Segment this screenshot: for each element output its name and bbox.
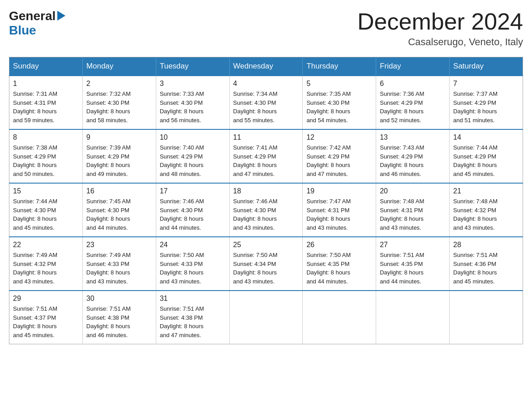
calendar-cell: 4 Sunrise: 7:34 AM Sunset: 4:30 PM Dayli… (229, 76, 303, 129)
day-info: Sunrise: 7:51 AM Sunset: 4:37 PM Dayligh… (13, 304, 79, 339)
day-number: 6 (380, 80, 446, 88)
day-number: 26 (306, 241, 372, 249)
calendar-cell: 21 Sunrise: 7:48 AM Sunset: 4:32 PM Dayl… (450, 183, 523, 237)
calendar-cell (303, 291, 376, 344)
calendar-cell: 6 Sunrise: 7:36 AM Sunset: 4:29 PM Dayli… (376, 76, 450, 129)
day-number: 14 (453, 133, 519, 141)
day-info: Sunrise: 7:38 AM Sunset: 4:29 PM Dayligh… (13, 143, 79, 178)
calendar-cell: 8 Sunrise: 7:38 AM Sunset: 4:29 PM Dayli… (9, 129, 83, 183)
calendar-cell: 15 Sunrise: 7:44 AM Sunset: 4:30 PM Dayl… (9, 183, 83, 237)
day-number: 9 (86, 133, 152, 141)
calendar-cell: 27 Sunrise: 7:51 AM Sunset: 4:35 PM Dayl… (376, 237, 450, 291)
day-number: 13 (380, 133, 446, 141)
calendar-cell: 22 Sunrise: 7:49 AM Sunset: 4:32 PM Dayl… (9, 237, 83, 291)
day-info: Sunrise: 7:48 AM Sunset: 4:32 PM Dayligh… (453, 197, 519, 232)
logo-triangle-icon (57, 11, 65, 22)
calendar-cell: 25 Sunrise: 7:50 AM Sunset: 4:34 PM Dayl… (229, 237, 303, 291)
day-number: 24 (160, 241, 226, 249)
day-info: Sunrise: 7:34 AM Sunset: 4:30 PM Dayligh… (233, 90, 299, 124)
day-info: Sunrise: 7:51 AM Sunset: 4:38 PM Dayligh… (86, 304, 152, 339)
day-number: 20 (380, 187, 446, 195)
calendar-week-5: 29 Sunrise: 7:51 AM Sunset: 4:37 PM Dayl… (9, 291, 523, 344)
calendar-cell (376, 291, 450, 344)
calendar-cell: 2 Sunrise: 7:32 AM Sunset: 4:30 PM Dayli… (82, 76, 156, 129)
day-number: 7 (453, 80, 519, 88)
day-info: Sunrise: 7:39 AM Sunset: 4:29 PM Dayligh… (86, 143, 152, 178)
calendar-cell (229, 291, 303, 344)
calendar-cell: 1 Sunrise: 7:31 AM Sunset: 4:31 PM Dayli… (9, 76, 83, 129)
svg-marker-0 (57, 11, 65, 21)
day-info: Sunrise: 7:44 AM Sunset: 4:29 PM Dayligh… (453, 143, 519, 178)
header-monday: Monday (82, 57, 156, 76)
calendar-cell: 18 Sunrise: 7:46 AM Sunset: 4:30 PM Dayl… (229, 183, 303, 237)
calendar-cell: 23 Sunrise: 7:49 AM Sunset: 4:33 PM Dayl… (82, 237, 156, 291)
day-info: Sunrise: 7:50 AM Sunset: 4:33 PM Dayligh… (160, 251, 226, 286)
day-number: 19 (306, 187, 372, 195)
day-number: 16 (86, 187, 152, 195)
day-info: Sunrise: 7:49 AM Sunset: 4:32 PM Dayligh… (13, 251, 79, 286)
day-number: 25 (233, 241, 299, 249)
day-info: Sunrise: 7:51 AM Sunset: 4:36 PM Dayligh… (453, 251, 519, 286)
day-number: 10 (160, 133, 226, 141)
day-info: Sunrise: 7:42 AM Sunset: 4:29 PM Dayligh… (306, 143, 372, 178)
day-info: Sunrise: 7:46 AM Sunset: 4:30 PM Dayligh… (233, 197, 299, 232)
day-number: 4 (233, 80, 299, 88)
day-info: Sunrise: 7:50 AM Sunset: 4:35 PM Dayligh… (306, 251, 372, 286)
calendar-cell: 13 Sunrise: 7:43 AM Sunset: 4:29 PM Dayl… (376, 129, 450, 183)
calendar-cell: 11 Sunrise: 7:41 AM Sunset: 4:29 PM Dayl… (229, 129, 303, 183)
day-info: Sunrise: 7:33 AM Sunset: 4:30 PM Dayligh… (160, 90, 226, 124)
day-info: Sunrise: 7:36 AM Sunset: 4:29 PM Dayligh… (380, 90, 446, 124)
day-info: Sunrise: 7:44 AM Sunset: 4:30 PM Dayligh… (13, 197, 79, 232)
calendar-cell: 19 Sunrise: 7:47 AM Sunset: 4:31 PM Dayl… (303, 183, 376, 237)
day-number: 1 (13, 80, 79, 88)
calendar-cell: 9 Sunrise: 7:39 AM Sunset: 4:29 PM Dayli… (82, 129, 156, 183)
day-number: 21 (453, 187, 519, 195)
day-number: 3 (160, 80, 226, 88)
header-thursday: Thursday (303, 57, 376, 76)
calendar-cell: 5 Sunrise: 7:35 AM Sunset: 4:30 PM Dayli… (303, 76, 376, 129)
calendar-week-3: 15 Sunrise: 7:44 AM Sunset: 4:30 PM Dayl… (9, 183, 523, 237)
header-friday: Friday (376, 57, 450, 76)
day-number: 29 (13, 295, 79, 303)
day-info: Sunrise: 7:37 AM Sunset: 4:29 PM Dayligh… (453, 90, 519, 124)
day-info: Sunrise: 7:47 AM Sunset: 4:31 PM Dayligh… (306, 197, 372, 232)
calendar-week-1: 1 Sunrise: 7:31 AM Sunset: 4:31 PM Dayli… (9, 76, 523, 129)
month-year-title: December 2024 (357, 9, 523, 34)
calendar-cell: 10 Sunrise: 7:40 AM Sunset: 4:29 PM Dayl… (156, 129, 229, 183)
day-info: Sunrise: 7:43 AM Sunset: 4:29 PM Dayligh… (380, 143, 446, 178)
day-number: 12 (306, 133, 372, 141)
day-number: 31 (160, 295, 226, 303)
day-number: 23 (86, 241, 152, 249)
header-sunday: Sunday (9, 57, 83, 76)
day-number: 18 (233, 187, 299, 195)
calendar-cell: 14 Sunrise: 7:44 AM Sunset: 4:29 PM Dayl… (450, 129, 523, 183)
day-info: Sunrise: 7:45 AM Sunset: 4:30 PM Dayligh… (86, 197, 152, 232)
day-info: Sunrise: 7:35 AM Sunset: 4:30 PM Dayligh… (306, 90, 372, 124)
day-info: Sunrise: 7:46 AM Sunset: 4:30 PM Dayligh… (160, 197, 226, 232)
day-info: Sunrise: 7:48 AM Sunset: 4:31 PM Dayligh… (380, 197, 446, 232)
day-number: 8 (13, 133, 79, 141)
day-info: Sunrise: 7:32 AM Sunset: 4:30 PM Dayligh… (86, 90, 152, 124)
day-info: Sunrise: 7:41 AM Sunset: 4:29 PM Dayligh… (233, 143, 299, 178)
calendar-cell: 12 Sunrise: 7:42 AM Sunset: 4:29 PM Dayl… (303, 129, 376, 183)
calendar-cell: 30 Sunrise: 7:51 AM Sunset: 4:38 PM Dayl… (82, 291, 156, 344)
day-info: Sunrise: 7:31 AM Sunset: 4:31 PM Dayligh… (13, 90, 79, 124)
day-info: Sunrise: 7:50 AM Sunset: 4:34 PM Dayligh… (233, 251, 299, 286)
calendar-week-4: 22 Sunrise: 7:49 AM Sunset: 4:32 PM Dayl… (9, 237, 523, 291)
header-tuesday: Tuesday (156, 57, 229, 76)
title-block: December 2024 Casalserugo, Veneto, Italy (357, 9, 523, 48)
calendar-cell: 16 Sunrise: 7:45 AM Sunset: 4:30 PM Dayl… (82, 183, 156, 237)
logo: General Blue (9, 9, 65, 38)
header-wednesday: Wednesday (229, 57, 303, 76)
calendar-cell (450, 291, 523, 344)
page-header: General Blue December 2024 Casalserugo, … (9, 9, 523, 48)
calendar-header-row: Sunday Monday Tuesday Wednesday Thursday… (9, 57, 523, 76)
day-number: 28 (453, 241, 519, 249)
logo-blue-text: Blue (9, 23, 36, 37)
location-subtitle: Casalserugo, Veneto, Italy (357, 36, 523, 48)
calendar-cell: 29 Sunrise: 7:51 AM Sunset: 4:37 PM Dayl… (9, 291, 83, 344)
calendar-cell: 20 Sunrise: 7:48 AM Sunset: 4:31 PM Dayl… (376, 183, 450, 237)
day-number: 5 (306, 80, 372, 88)
calendar-cell: 26 Sunrise: 7:50 AM Sunset: 4:35 PM Dayl… (303, 237, 376, 291)
calendar-cell: 7 Sunrise: 7:37 AM Sunset: 4:29 PM Dayli… (450, 76, 523, 129)
